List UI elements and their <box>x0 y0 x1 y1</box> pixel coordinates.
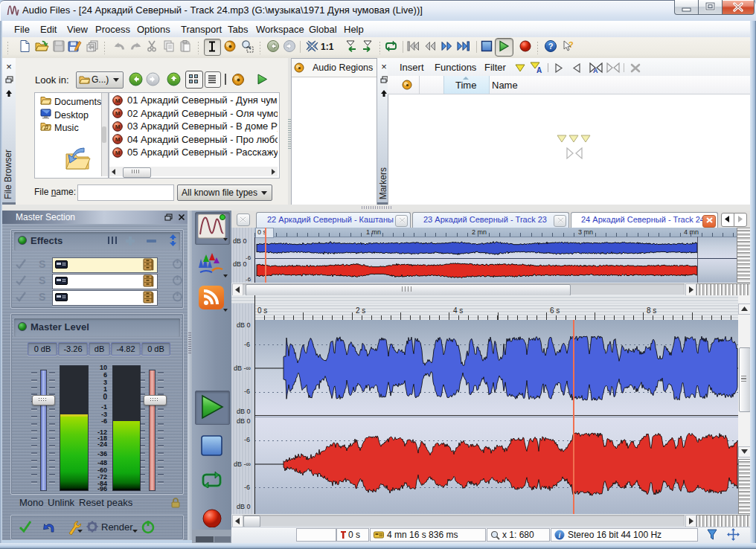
svg-text:M: M <box>115 110 121 117</box>
svg-text:M: M <box>115 123 121 130</box>
svg-text:?: ? <box>548 42 554 51</box>
svg-text:M: M <box>115 136 121 143</box>
svg-text:M: M <box>115 150 121 156</box>
svg-text:M: M <box>115 97 121 104</box>
svg-text:?: ? <box>568 40 574 49</box>
svg-text:A: A <box>536 66 542 74</box>
svg-text:A: A <box>593 67 598 74</box>
svg-text:i: i <box>559 531 561 539</box>
